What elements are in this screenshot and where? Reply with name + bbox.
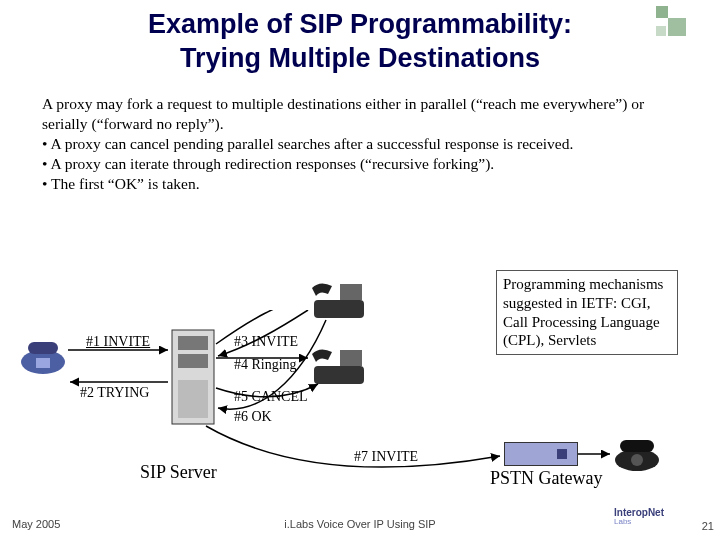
label-msg6: #6 OK bbox=[234, 410, 272, 425]
svg-rect-9 bbox=[314, 366, 364, 384]
footer-date: May 2005 bbox=[12, 518, 60, 530]
programming-callout: Programming mechanisms suggested in IETF… bbox=[496, 270, 678, 355]
svg-point-13 bbox=[631, 454, 643, 466]
svg-rect-10 bbox=[340, 350, 362, 366]
label-msg3: #3 INVITE bbox=[234, 335, 298, 350]
svg-rect-7 bbox=[314, 300, 364, 318]
label-msg7: #7 INVITE bbox=[354, 450, 418, 465]
body-text: A proxy may fork a request to multiple d… bbox=[0, 76, 720, 195]
svg-rect-1 bbox=[28, 342, 58, 354]
interop-logo: InteropNet Labs bbox=[614, 508, 692, 536]
label-msg2: #2 TRYING bbox=[80, 386, 149, 401]
svg-rect-5 bbox=[178, 354, 208, 368]
sip-server-icon bbox=[170, 328, 216, 426]
body-b2: • A proxy can iterate through redirectio… bbox=[42, 154, 678, 174]
svg-rect-2 bbox=[36, 358, 50, 368]
svg-rect-8 bbox=[340, 284, 362, 300]
body-b3: • The first “OK” is taken. bbox=[42, 174, 678, 194]
pstn-gateway-icon bbox=[504, 442, 578, 466]
svg-rect-12 bbox=[620, 440, 654, 452]
logo-line2: Labs bbox=[614, 518, 692, 526]
label-msg1: #1 INVITE bbox=[86, 335, 150, 350]
slide-title: Example of SIP Programmability: Trying M… bbox=[0, 0, 720, 76]
body-p1: A proxy may fork a request to multiple d… bbox=[42, 94, 678, 134]
footer-center: i.Labs Voice Over IP Using SIP bbox=[284, 518, 435, 530]
title-line-2: Trying Multiple Destinations bbox=[180, 43, 540, 73]
svg-rect-4 bbox=[178, 336, 208, 350]
title-line-1: Example of SIP Programmability: bbox=[148, 9, 572, 39]
phone-dest1-icon bbox=[310, 280, 368, 320]
phone-origin-icon bbox=[18, 340, 68, 376]
phone-dest2-icon bbox=[310, 346, 368, 386]
label-msg4: #4 Ringing bbox=[234, 358, 297, 373]
body-b1: • A proxy can cancel pending parallel se… bbox=[42, 134, 678, 154]
label-msg5: #5 CANCEL bbox=[234, 390, 308, 405]
label-pstn-gateway: PSTN Gateway bbox=[490, 468, 602, 489]
label-sip-server: SIP Server bbox=[140, 462, 217, 483]
phone-pstn-icon bbox=[612, 436, 662, 472]
page-number: 21 bbox=[702, 520, 714, 532]
svg-rect-6 bbox=[178, 380, 208, 418]
